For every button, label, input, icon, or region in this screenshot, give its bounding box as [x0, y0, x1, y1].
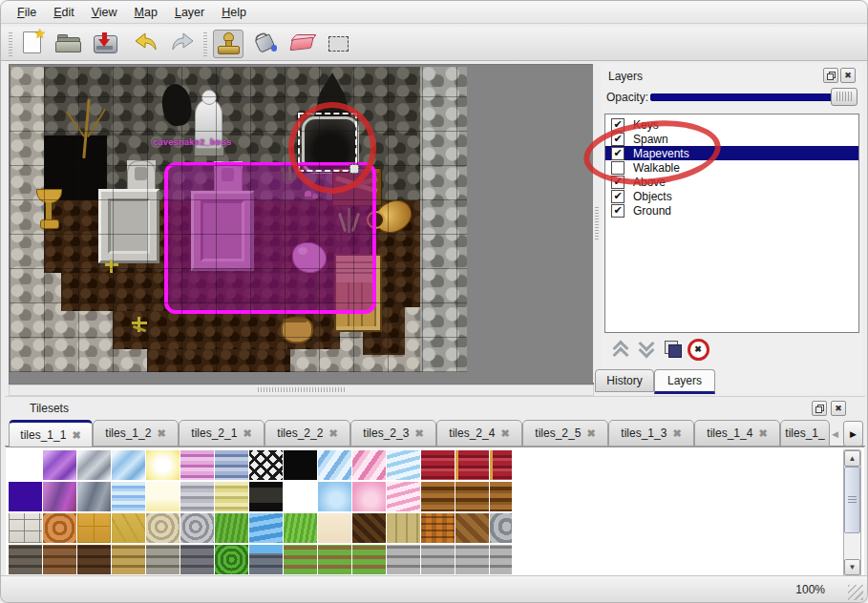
- tileset-tab-1[interactable]: tiles_1_2✖: [93, 420, 179, 447]
- tab-scroll-left-button[interactable]: ◀: [828, 424, 842, 445]
- layer-row-objects[interactable]: ✔ Objects: [605, 189, 858, 203]
- tile-swatch[interactable]: [249, 545, 283, 574]
- tile-swatch[interactable]: [387, 513, 420, 543]
- save-map-button[interactable]: [91, 30, 119, 56]
- resize-grip[interactable]: [848, 585, 863, 600]
- tile-swatch[interactable]: [352, 545, 386, 574]
- select-tool-button[interactable]: [324, 30, 352, 56]
- toolbar-grip-2[interactable]: [203, 31, 207, 56]
- close-tab-icon[interactable]: ✖: [414, 427, 423, 440]
- layer-row-walkable[interactable]: Walkable: [605, 160, 858, 175]
- tile-swatch[interactable]: [387, 482, 420, 511]
- tile-swatch[interactable]: [112, 545, 145, 574]
- tile-swatch[interactable]: [9, 545, 42, 574]
- splitter-grip[interactable]: [258, 387, 346, 392]
- tile-swatch[interactable]: [112, 450, 145, 480]
- checkbox[interactable]: ✔: [611, 204, 625, 218]
- close-tab-icon[interactable]: ✖: [243, 427, 251, 440]
- tile-swatch[interactable]: [387, 545, 420, 574]
- tile-swatch[interactable]: [490, 545, 512, 574]
- opacity-slider[interactable]: [650, 87, 857, 106]
- tileset-tab-6[interactable]: tiles_2_5✖: [522, 420, 608, 447]
- marquee-resize-handle[interactable]: [349, 164, 359, 174]
- lower-layer-button[interactable]: [634, 337, 659, 362]
- tile-swatch[interactable]: [215, 482, 248, 511]
- tile-swatch[interactable]: [146, 513, 180, 543]
- tileset-tab-4[interactable]: tiles_2_3✖: [350, 420, 436, 447]
- tile-swatch[interactable]: [43, 482, 76, 511]
- menu-file[interactable]: File: [9, 4, 45, 21]
- eraser-tool-button[interactable]: [287, 30, 316, 56]
- tile-swatch[interactable]: [180, 482, 214, 511]
- layer-row-keys[interactable]: ✔ Keys: [605, 117, 858, 132]
- tileset-tab-0[interactable]: tiles_1_1✖: [9, 420, 93, 448]
- layer-row-above[interactable]: ✔ Above: [605, 175, 858, 189]
- tab-scroll-right-button[interactable]: ▶: [843, 421, 863, 447]
- tile-swatch[interactable]: [146, 450, 180, 480]
- tile-swatch[interactable]: [215, 450, 248, 480]
- close-tab-icon[interactable]: ✖: [157, 427, 165, 440]
- tilesets-float-button[interactable]: [812, 401, 827, 416]
- tile-swatch[interactable]: [112, 482, 145, 511]
- close-tab-icon[interactable]: ✖: [758, 427, 767, 440]
- new-map-button[interactable]: ★: [18, 30, 47, 56]
- tile-swatch[interactable]: [352, 450, 386, 480]
- fill-tool-button[interactable]: [251, 30, 280, 56]
- tile-swatch[interactable]: [43, 513, 76, 543]
- menu-layer[interactable]: Layer: [166, 4, 213, 21]
- checkbox[interactable]: ✔: [611, 147, 625, 160]
- menu-help[interactable]: Help: [213, 4, 255, 21]
- menu-view[interactable]: View: [83, 4, 126, 21]
- delete-layer-button[interactable]: ✖: [686, 337, 710, 362]
- tile-swatch[interactable]: [284, 450, 317, 480]
- tile-swatch[interactable]: [284, 513, 317, 543]
- tile-swatch[interactable]: [43, 545, 76, 574]
- tile-swatch[interactable]: [284, 482, 317, 511]
- checkbox[interactable]: [611, 161, 625, 175]
- close-tab-icon[interactable]: ✖: [500, 427, 509, 440]
- open-map-button[interactable]: [54, 30, 83, 56]
- tile-swatch[interactable]: [180, 450, 214, 480]
- layers-close-button[interactable]: ✖: [840, 68, 856, 83]
- checkbox[interactable]: ✔: [611, 133, 625, 146]
- map-canvas[interactable]: cavesnake2_boss: [9, 64, 594, 385]
- tile-swatch[interactable]: [455, 450, 489, 480]
- close-tab-icon[interactable]: ✖: [672, 427, 681, 440]
- tileset-tab-9[interactable]: tiles_1_: [780, 420, 830, 447]
- tile-swatch[interactable]: [352, 482, 386, 511]
- tile-swatch[interactable]: [455, 482, 489, 511]
- stamp-tool-button[interactable]: [213, 30, 243, 58]
- tile-swatch[interactable]: [455, 545, 489, 574]
- splitter-grip-v[interactable]: [595, 207, 599, 239]
- tile-swatch[interactable]: [318, 545, 351, 574]
- tile-swatch[interactable]: [490, 450, 512, 480]
- tile-swatch[interactable]: [421, 482, 455, 511]
- tile-swatch[interactable]: [77, 482, 111, 511]
- tileset-tab-8[interactable]: tiles_1_4✖: [694, 420, 780, 447]
- tile-swatch[interactable]: [215, 513, 248, 543]
- toolbar-grip[interactable]: [9, 31, 12, 56]
- tileset-scrollbar[interactable]: ▲ ▼: [843, 449, 861, 576]
- tile-swatch[interactable]: [490, 513, 512, 543]
- checkbox[interactable]: ✔: [611, 118, 625, 132]
- tile-swatch[interactable]: [421, 513, 455, 543]
- layer-row-spawn[interactable]: ✔ Spawn: [605, 132, 858, 146]
- tile-swatch[interactable]: [421, 450, 455, 480]
- menu-map[interactable]: Map: [126, 4, 166, 21]
- tile-swatch[interactable]: [318, 450, 351, 480]
- tile-swatch[interactable]: [146, 545, 180, 574]
- tilesets-close-button[interactable]: ✖: [831, 401, 846, 416]
- close-tab-icon[interactable]: ✖: [586, 427, 595, 440]
- tile-swatch[interactable]: [180, 545, 214, 574]
- tile-swatch[interactable]: [77, 450, 111, 480]
- menu-edit[interactable]: Edit: [45, 4, 83, 21]
- scroll-up-button[interactable]: ▲: [844, 450, 860, 467]
- tile-swatch[interactable]: [215, 545, 248, 574]
- tile-swatch[interactable]: [318, 482, 351, 511]
- tile-swatch[interactable]: [249, 482, 283, 511]
- redo-button[interactable]: [169, 30, 198, 56]
- tileset-tab-7[interactable]: tiles_1_3✖: [608, 420, 694, 447]
- tile-swatch[interactable]: [77, 513, 111, 543]
- tile-swatch[interactable]: [9, 482, 42, 511]
- tab-history[interactable]: History: [595, 369, 654, 392]
